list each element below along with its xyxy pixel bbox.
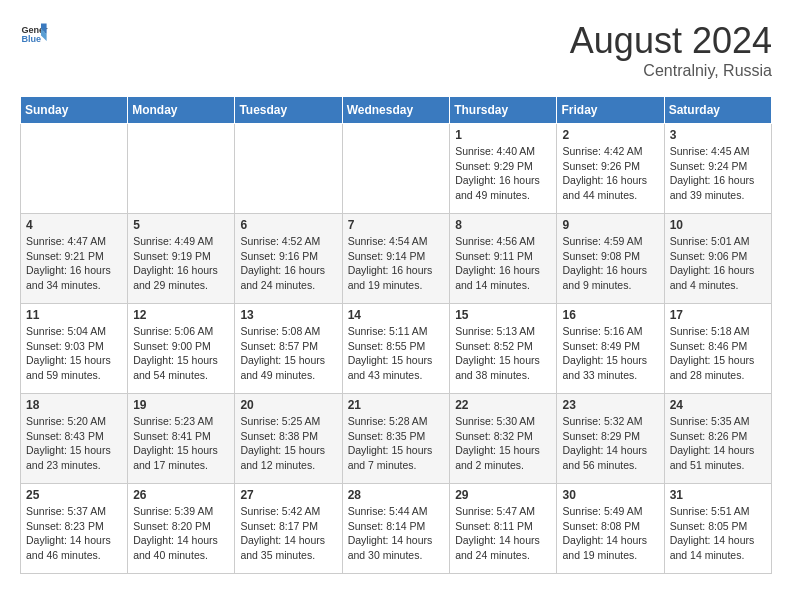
- calendar-cell: [21, 124, 128, 214]
- page-header: General Blue August 2024 Centralniy, Rus…: [20, 20, 772, 80]
- day-info: Sunrise: 5:04 AM Sunset: 9:03 PM Dayligh…: [26, 324, 122, 383]
- day-number: 17: [670, 308, 766, 322]
- calendar-week-row: 1Sunrise: 4:40 AM Sunset: 9:29 PM Daylig…: [21, 124, 772, 214]
- weekday-header-friday: Friday: [557, 97, 664, 124]
- calendar-cell: 27Sunrise: 5:42 AM Sunset: 8:17 PM Dayli…: [235, 484, 342, 574]
- day-number: 15: [455, 308, 551, 322]
- calendar-cell: 25Sunrise: 5:37 AM Sunset: 8:23 PM Dayli…: [21, 484, 128, 574]
- day-number: 7: [348, 218, 445, 232]
- calendar-cell: 7Sunrise: 4:54 AM Sunset: 9:14 PM Daylig…: [342, 214, 450, 304]
- day-info: Sunrise: 4:52 AM Sunset: 9:16 PM Dayligh…: [240, 234, 336, 293]
- day-number: 31: [670, 488, 766, 502]
- calendar-cell: 3Sunrise: 4:45 AM Sunset: 9:24 PM Daylig…: [664, 124, 771, 214]
- calendar-cell: 22Sunrise: 5:30 AM Sunset: 8:32 PM Dayli…: [450, 394, 557, 484]
- day-info: Sunrise: 4:59 AM Sunset: 9:08 PM Dayligh…: [562, 234, 658, 293]
- day-number: 6: [240, 218, 336, 232]
- day-info: Sunrise: 5:32 AM Sunset: 8:29 PM Dayligh…: [562, 414, 658, 473]
- calendar-cell: 11Sunrise: 5:04 AM Sunset: 9:03 PM Dayli…: [21, 304, 128, 394]
- day-info: Sunrise: 4:56 AM Sunset: 9:11 PM Dayligh…: [455, 234, 551, 293]
- day-info: Sunrise: 5:51 AM Sunset: 8:05 PM Dayligh…: [670, 504, 766, 563]
- weekday-header-wednesday: Wednesday: [342, 97, 450, 124]
- calendar-cell: 13Sunrise: 5:08 AM Sunset: 8:57 PM Dayli…: [235, 304, 342, 394]
- day-info: Sunrise: 4:45 AM Sunset: 9:24 PM Dayligh…: [670, 144, 766, 203]
- day-info: Sunrise: 4:47 AM Sunset: 9:21 PM Dayligh…: [26, 234, 122, 293]
- day-number: 24: [670, 398, 766, 412]
- day-number: 28: [348, 488, 445, 502]
- calendar-cell: 18Sunrise: 5:20 AM Sunset: 8:43 PM Dayli…: [21, 394, 128, 484]
- day-info: Sunrise: 5:06 AM Sunset: 9:00 PM Dayligh…: [133, 324, 229, 383]
- day-info: Sunrise: 4:42 AM Sunset: 9:26 PM Dayligh…: [562, 144, 658, 203]
- day-info: Sunrise: 5:30 AM Sunset: 8:32 PM Dayligh…: [455, 414, 551, 473]
- day-number: 26: [133, 488, 229, 502]
- weekday-header-tuesday: Tuesday: [235, 97, 342, 124]
- day-number: 1: [455, 128, 551, 142]
- day-number: 30: [562, 488, 658, 502]
- location-subtitle: Centralniy, Russia: [570, 62, 772, 80]
- day-number: 25: [26, 488, 122, 502]
- day-number: 4: [26, 218, 122, 232]
- title-block: August 2024 Centralniy, Russia: [570, 20, 772, 80]
- day-number: 20: [240, 398, 336, 412]
- calendar-cell: 10Sunrise: 5:01 AM Sunset: 9:06 PM Dayli…: [664, 214, 771, 304]
- day-number: 27: [240, 488, 336, 502]
- calendar-week-row: 18Sunrise: 5:20 AM Sunset: 8:43 PM Dayli…: [21, 394, 772, 484]
- day-info: Sunrise: 5:44 AM Sunset: 8:14 PM Dayligh…: [348, 504, 445, 563]
- calendar-cell: 19Sunrise: 5:23 AM Sunset: 8:41 PM Dayli…: [128, 394, 235, 484]
- day-info: Sunrise: 5:18 AM Sunset: 8:46 PM Dayligh…: [670, 324, 766, 383]
- day-number: 29: [455, 488, 551, 502]
- day-info: Sunrise: 5:37 AM Sunset: 8:23 PM Dayligh…: [26, 504, 122, 563]
- day-info: Sunrise: 5:47 AM Sunset: 8:11 PM Dayligh…: [455, 504, 551, 563]
- day-info: Sunrise: 5:16 AM Sunset: 8:49 PM Dayligh…: [562, 324, 658, 383]
- calendar-cell: 23Sunrise: 5:32 AM Sunset: 8:29 PM Dayli…: [557, 394, 664, 484]
- weekday-header-row: SundayMondayTuesdayWednesdayThursdayFrid…: [21, 97, 772, 124]
- day-info: Sunrise: 5:25 AM Sunset: 8:38 PM Dayligh…: [240, 414, 336, 473]
- calendar-cell: 31Sunrise: 5:51 AM Sunset: 8:05 PM Dayli…: [664, 484, 771, 574]
- logo-icon: General Blue: [20, 20, 48, 48]
- calendar-cell: [235, 124, 342, 214]
- calendar-cell: 2Sunrise: 4:42 AM Sunset: 9:26 PM Daylig…: [557, 124, 664, 214]
- day-info: Sunrise: 5:28 AM Sunset: 8:35 PM Dayligh…: [348, 414, 445, 473]
- day-number: 5: [133, 218, 229, 232]
- calendar-cell: 30Sunrise: 5:49 AM Sunset: 8:08 PM Dayli…: [557, 484, 664, 574]
- day-info: Sunrise: 5:39 AM Sunset: 8:20 PM Dayligh…: [133, 504, 229, 563]
- calendar-cell: 17Sunrise: 5:18 AM Sunset: 8:46 PM Dayli…: [664, 304, 771, 394]
- day-info: Sunrise: 5:13 AM Sunset: 8:52 PM Dayligh…: [455, 324, 551, 383]
- day-info: Sunrise: 5:23 AM Sunset: 8:41 PM Dayligh…: [133, 414, 229, 473]
- calendar-cell: 9Sunrise: 4:59 AM Sunset: 9:08 PM Daylig…: [557, 214, 664, 304]
- weekday-header-thursday: Thursday: [450, 97, 557, 124]
- month-year-title: August 2024: [570, 20, 772, 62]
- day-info: Sunrise: 4:54 AM Sunset: 9:14 PM Dayligh…: [348, 234, 445, 293]
- calendar-cell: 29Sunrise: 5:47 AM Sunset: 8:11 PM Dayli…: [450, 484, 557, 574]
- day-info: Sunrise: 5:11 AM Sunset: 8:55 PM Dayligh…: [348, 324, 445, 383]
- day-number: 14: [348, 308, 445, 322]
- weekday-header-monday: Monday: [128, 97, 235, 124]
- day-info: Sunrise: 5:42 AM Sunset: 8:17 PM Dayligh…: [240, 504, 336, 563]
- day-info: Sunrise: 5:49 AM Sunset: 8:08 PM Dayligh…: [562, 504, 658, 563]
- day-number: 3: [670, 128, 766, 142]
- day-info: Sunrise: 5:35 AM Sunset: 8:26 PM Dayligh…: [670, 414, 766, 473]
- calendar-cell: 5Sunrise: 4:49 AM Sunset: 9:19 PM Daylig…: [128, 214, 235, 304]
- day-number: 12: [133, 308, 229, 322]
- calendar-cell: 4Sunrise: 4:47 AM Sunset: 9:21 PM Daylig…: [21, 214, 128, 304]
- day-number: 13: [240, 308, 336, 322]
- calendar-cell: [342, 124, 450, 214]
- logo: General Blue: [20, 20, 48, 48]
- day-number: 21: [348, 398, 445, 412]
- calendar-cell: 21Sunrise: 5:28 AM Sunset: 8:35 PM Dayli…: [342, 394, 450, 484]
- weekday-header-saturday: Saturday: [664, 97, 771, 124]
- calendar-table: SundayMondayTuesdayWednesdayThursdayFrid…: [20, 96, 772, 574]
- calendar-cell: 20Sunrise: 5:25 AM Sunset: 8:38 PM Dayli…: [235, 394, 342, 484]
- calendar-cell: 15Sunrise: 5:13 AM Sunset: 8:52 PM Dayli…: [450, 304, 557, 394]
- day-number: 22: [455, 398, 551, 412]
- day-number: 18: [26, 398, 122, 412]
- day-info: Sunrise: 5:20 AM Sunset: 8:43 PM Dayligh…: [26, 414, 122, 473]
- calendar-cell: [128, 124, 235, 214]
- svg-text:Blue: Blue: [21, 34, 41, 44]
- day-info: Sunrise: 4:40 AM Sunset: 9:29 PM Dayligh…: [455, 144, 551, 203]
- calendar-week-row: 25Sunrise: 5:37 AM Sunset: 8:23 PM Dayli…: [21, 484, 772, 574]
- calendar-cell: 6Sunrise: 4:52 AM Sunset: 9:16 PM Daylig…: [235, 214, 342, 304]
- calendar-cell: 26Sunrise: 5:39 AM Sunset: 8:20 PM Dayli…: [128, 484, 235, 574]
- day-number: 10: [670, 218, 766, 232]
- calendar-cell: 24Sunrise: 5:35 AM Sunset: 8:26 PM Dayli…: [664, 394, 771, 484]
- day-number: 11: [26, 308, 122, 322]
